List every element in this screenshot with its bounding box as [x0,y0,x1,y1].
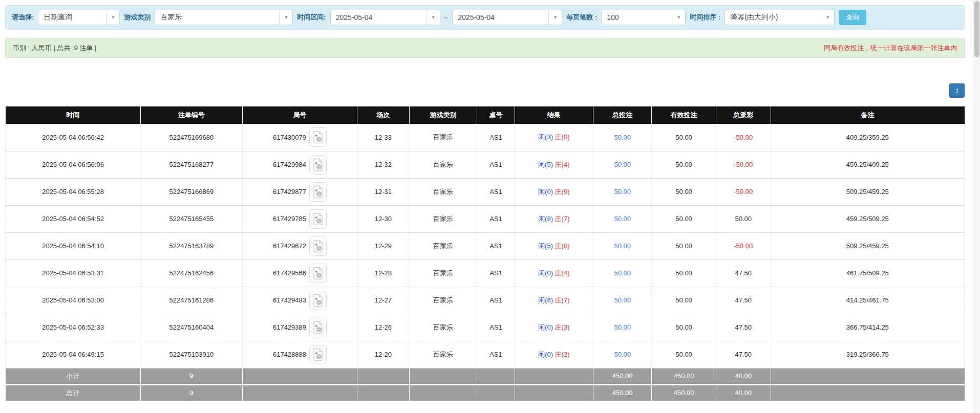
result-banker: 庄(0) [555,242,570,250]
video-replay-button[interactable] [309,264,327,283]
total-bet-link[interactable]: 50.00 [614,242,631,250]
per-page-select[interactable]: 100 ▼ [601,10,686,25]
cell-total-bet: 50.00 [593,287,652,314]
round-number: 617430079 [273,134,306,141]
cell-remark: 509.25/459.25 [771,232,964,259]
query-type-value: 日期查询 [38,13,77,22]
video-replay-button[interactable] [309,209,327,229]
cell-valid-bet: 50.00 [652,205,716,232]
game-category-select[interactable]: 百家乐 ▼ [155,10,293,25]
result-banker: 庄(4) [555,161,570,168]
cell-total-bet: 50.00 [593,178,652,205]
cell-remark: 414.25/461.75 [771,287,964,314]
video-replay-button[interactable] [309,236,327,256]
col-bet-no: 注单编号 [141,106,243,124]
col-round-no: 局号 [242,106,357,124]
cell-bet-no: 522475161286 [141,287,243,314]
cell-session: 12-30 [357,205,409,232]
result-banker: 庄(7) [555,215,570,223]
cell-result: 闲(6) 庄(7) [515,287,593,314]
cell-bet-no: 522475165455 [141,205,243,232]
cell-table-no: AS1 [477,287,515,314]
result-banker: 庄(3) [555,323,570,331]
date-from-value: 2025-05-04 [331,13,378,21]
table-row: 2025-05-04 06:54:10 522475163789 6174296… [6,232,965,259]
time-sort-value: 降幂(由大到小) [725,13,783,22]
cell-game: 百家乐 [409,151,477,178]
cell-session: 12-31 [357,178,409,205]
table-footer: 小计 9 450.00 450.00 40.00 总计 9 450.00 450… [6,368,965,401]
vertical-scrollbar[interactable] [973,0,980,413]
query-type-select[interactable]: 日期查询 ▼ [38,10,120,25]
col-time: 时间 [6,106,141,124]
video-replay-button[interactable] [309,291,327,310]
cell-total-bet: 50.00 [593,314,652,341]
total-bet-link[interactable]: 50.00 [614,161,631,168]
table-row: 2025-05-04 06:53:00 522475161286 6174294… [6,287,965,314]
cell-game: 百家乐 [409,314,477,341]
grand-total-total-bet: 450.00 [593,384,652,401]
cell-result: 闲(8) 庄(7) [515,205,593,232]
result-player: 闲(0) [538,188,553,195]
chevron-down-icon: ▼ [821,10,834,25]
cell-remark: 459.25/509.25 [771,205,964,232]
cell-total-bet: 50.00 [593,341,652,368]
video-replay-button[interactable] [309,318,327,337]
cell-session: 12-29 [357,232,409,259]
cell-payout: 47.50 [716,259,771,287]
cell-round-no: 617429389 [242,314,357,341]
subtotal-label: 小计 [6,368,141,384]
result-banker: 庄(9) [555,188,570,195]
date-from-select[interactable]: 2025-05-04 ▼ [330,10,440,25]
video-replay-button[interactable] [309,182,327,202]
query-button[interactable]: 查询 [839,10,866,25]
cell-game: 百家乐 [409,287,477,314]
video-replay-button[interactable] [309,155,327,175]
round-number: 617428888 [273,351,306,358]
table-row: 2025-05-04 06:54:52 522475165455 6174297… [6,205,965,232]
col-result: 结果 [515,106,593,124]
video-replay-button[interactable] [309,127,327,147]
video-record-icon [313,212,323,226]
total-bet-link[interactable]: 50.00 [614,296,631,304]
cell-total-bet: 50.00 [593,124,652,151]
page-button-1[interactable]: 1 [949,83,965,98]
cell-valid-bet: 50.00 [652,287,716,314]
video-record-icon [313,348,323,361]
total-bet-link[interactable]: 50.00 [614,323,631,331]
range-separator: ~ [444,14,449,21]
total-bet-link[interactable]: 50.00 [614,215,631,223]
scrollbar-thumb[interactable] [974,1,979,57]
chevron-down-icon: ▼ [548,10,562,25]
time-sort-select[interactable]: 降幂(由大到小) ▼ [725,10,835,25]
result-player: 闲(5) [538,161,553,168]
round-number: 617429483 [273,296,306,304]
total-bet-link[interactable]: 50.00 [614,269,631,277]
chevron-down-icon: ▼ [672,10,685,25]
cell-game: 百家乐 [409,124,477,151]
total-bet-link[interactable]: 50.00 [614,134,631,141]
cell-bet-no: 522475166869 [141,178,243,205]
total-bet-link[interactable]: 50.00 [614,188,631,195]
cell-total-bet: 50.00 [593,259,652,287]
cell-bet-no: 522475153910 [141,341,243,368]
per-page-value: 100 [602,13,624,21]
video-record-icon [313,321,323,334]
cell-table-no: AS1 [477,178,515,205]
subtotal-payout: 40.00 [716,368,771,384]
cell-valid-bet: 50.00 [652,232,716,259]
result-player: 闲(0) [538,269,553,277]
video-replay-button[interactable] [309,345,327,364]
date-to-select[interactable]: 2025-05-04 ▼ [452,10,562,25]
cell-table-no: AS1 [477,259,515,287]
result-banker: 庄(7) [555,296,570,304]
grand-total-count: 9 [141,384,243,401]
total-bet-link[interactable]: 50.00 [614,351,631,358]
cell-result: 闲(3) 庄(0) [515,124,593,151]
date-to-value: 2025-05-04 [453,13,500,21]
round-number: 617429785 [273,215,306,223]
grand-total-valid-bet: 450.00 [652,384,716,401]
time-sort-label: 时间排序 : [690,13,720,22]
video-record-icon [313,185,323,199]
cell-valid-bet: 50.00 [652,151,716,178]
